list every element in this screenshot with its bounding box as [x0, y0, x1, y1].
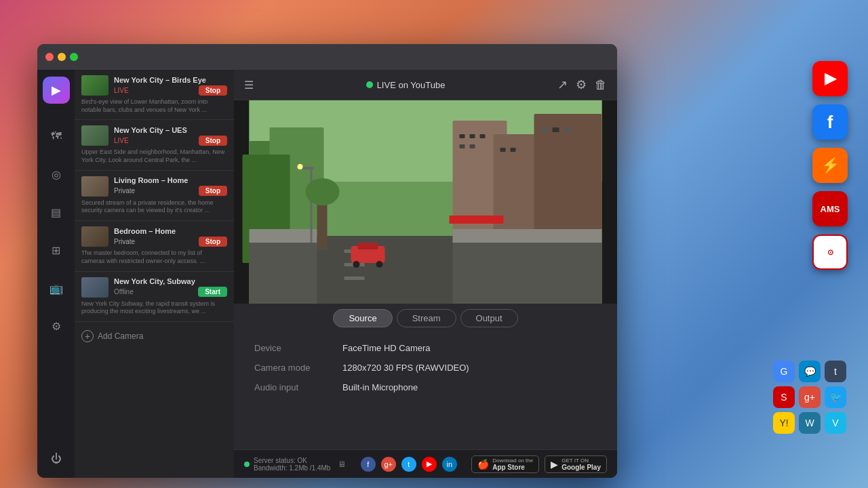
trash-icon[interactable]: 🗑: [595, 78, 607, 92]
appstore-text: Download on the App Store: [492, 458, 533, 471]
svg-rect-13: [500, 148, 506, 152]
social-facebook-icon[interactable]: f: [361, 457, 376, 472]
social-linkedin-icon[interactable]: in: [442, 457, 457, 472]
live-label: LIVE on YouTube: [377, 80, 446, 90]
social-twitter-icon[interactable]: t: [401, 457, 416, 472]
audio-input-row: Audio input Built-in Microphone: [254, 382, 597, 392]
tab-stream[interactable]: Stream: [397, 309, 456, 327]
googleplay-badge[interactable]: ▶ GET IT ON Google Play: [545, 455, 607, 473]
camera-mode-row: Camera mode 868x488 30 FPS (RAWVIDEO): [254, 363, 597, 373]
svg-rect-17: [564, 127, 571, 132]
add-camera-button[interactable]: + Add Camera: [75, 322, 234, 350]
camera-info: New York City – UES LIVE Stop: [114, 126, 227, 146]
camera-status-badge: Private: [114, 187, 135, 195]
sidebar-item-list[interactable]: ▤: [44, 200, 68, 224]
video-preview: [234, 100, 617, 304]
googleplay-icon: ▶: [551, 459, 558, 470]
mini-twitter-icon[interactable]: 🐦: [825, 386, 846, 408]
sidebar-item-location[interactable]: ◎: [44, 162, 68, 186]
camera-item[interactable]: New York City – UES LIVE Stop Upper East…: [75, 120, 234, 170]
youtube-dock-icon[interactable]: ▶: [812, 61, 848, 96]
camera-item[interactable]: New York City, Subway Offline Start New …: [75, 272, 234, 322]
sidebar-item-video[interactable]: 📺: [44, 276, 68, 300]
camera-item[interactable]: Bedroom – Home Private Stop The master b…: [75, 221, 234, 271]
camera-mode-label: Camera mode: [254, 363, 342, 373]
svg-rect-11: [460, 144, 465, 148]
camera-thumbnail: [81, 226, 108, 247]
camera-stop-button[interactable]: Stop: [199, 186, 227, 196]
add-camera-icon: +: [81, 330, 94, 342]
camera-status-row: Private Stop: [114, 237, 227, 247]
titlebar: [37, 44, 617, 70]
mini-yahoo-icon[interactable]: Y!: [773, 412, 795, 434]
device-value: FaceTime HD Camera: [342, 343, 431, 353]
camera-stop-button[interactable]: Stop: [199, 237, 227, 247]
googleplay-text: GET IT ON Google Play: [561, 458, 601, 471]
camera-stop-button[interactable]: Stop: [199, 85, 227, 96]
audio-input-value: Built-in Microphone: [342, 382, 418, 392]
camera-status-row: Private Stop: [114, 186, 227, 196]
audio-input-label: Audio input: [254, 382, 342, 392]
app-window: ▶ 🗺 ◎ ▤ ⊞ 📺 ⚙ ⏻: [37, 44, 617, 478]
thunder-dock-icon[interactable]: ⚡: [812, 148, 848, 183]
svg-rect-19: [317, 236, 453, 304]
camera-thumbnail: [81, 277, 108, 298]
camera-item-header: New York City – Birds Eye LIVE Stop: [81, 75, 227, 96]
close-button[interactable]: [45, 53, 54, 61]
share-icon[interactable]: ↗: [557, 77, 568, 92]
sidebar-item-grid[interactable]: ⊞: [44, 238, 68, 262]
svg-rect-24: [453, 229, 602, 243]
camera-info: New York City, Subway Offline Start: [114, 277, 227, 297]
mini-vimeo-icon[interactable]: V: [825, 412, 846, 434]
camera-name: Bedroom – Home: [114, 227, 227, 235]
appstore-badge[interactable]: 🍎 Download on the App Store: [471, 455, 539, 473]
tab-output[interactable]: Output: [460, 309, 518, 327]
svg-rect-16: [553, 127, 559, 132]
facebook-dock-icon[interactable]: f: [812, 104, 848, 140]
settings-icon[interactable]: ⚙: [576, 77, 587, 92]
mini-chat-icon[interactable]: 💬: [799, 361, 821, 382]
social-youtube-icon[interactable]: ▶: [422, 457, 437, 472]
ams-dock-icon[interactable]: AMS: [812, 191, 848, 226]
sidebar-item-settings[interactable]: ⚙: [44, 314, 68, 338]
camera-status-badge: Private: [114, 238, 135, 245]
social-googleplus-icon[interactable]: g+: [381, 457, 396, 472]
camera-thumbnail: [81, 75, 108, 96]
s5-dock-icon[interactable]: ⊙: [812, 235, 848, 270]
camera-thumbnail: [81, 176, 108, 197]
camera-item[interactable]: New York City – Birds Eye LIVE Stop Bird…: [75, 70, 234, 120]
svg-rect-25: [311, 168, 313, 243]
camera-item[interactable]: Living Room – Home Private Stop Secured …: [75, 171, 234, 221]
camera-description: The master bedroom, connected to my list…: [81, 249, 227, 265]
live-indicator: LIVE on YouTube: [366, 80, 446, 90]
store-badges: 🍎 Download on the App Store ▶ GET IT ON …: [471, 455, 607, 473]
fullscreen-button[interactable]: [70, 53, 78, 61]
svg-rect-8: [460, 134, 465, 138]
camera-status-badge: Offline: [114, 288, 134, 296]
tab-source[interactable]: Source: [333, 309, 392, 327]
footer: Server status: OK Bandwidth: 1.2Mb /1.4M…: [234, 449, 617, 478]
svg-rect-15: [541, 127, 548, 132]
right-panel: ☰ LIVE on YouTube ↗ ⚙ 🗑: [234, 70, 617, 478]
sidebar-item-power[interactable]: ⏻: [44, 447, 68, 471]
mini-google-icon[interactable]: G: [773, 361, 795, 382]
camera-item-header: New York City, Subway Offline Start: [81, 277, 227, 298]
svg-rect-22: [344, 277, 365, 280]
app-logo-icon[interactable]: ▶: [43, 77, 70, 104]
sidebar-item-map[interactable]: 🗺: [44, 124, 68, 148]
mini-wordpress-icon[interactable]: W: [799, 412, 821, 434]
mini-tumblr-icon[interactable]: t: [825, 361, 846, 382]
mini-stumble-icon[interactable]: S: [773, 386, 795, 408]
camera-name: New York City, Subway: [114, 277, 227, 285]
camera-start-button[interactable]: Start: [198, 287, 227, 297]
server-icon: 🖥: [338, 460, 346, 469]
minimize-button[interactable]: [58, 53, 66, 61]
social-icons: f g+ t ▶ in: [361, 457, 457, 472]
apple-icon: 🍎: [477, 459, 489, 470]
camera-stop-button[interactable]: Stop: [199, 136, 227, 146]
camera-description: Bird's-eye view of Lower Manhattan, zoom…: [81, 98, 227, 114]
mini-gplus-icon[interactable]: g+: [799, 386, 821, 408]
traffic-lights: [45, 53, 78, 61]
camera-description: Secured stream of a private residence, t…: [81, 199, 227, 215]
menu-icon[interactable]: ☰: [244, 79, 254, 92]
